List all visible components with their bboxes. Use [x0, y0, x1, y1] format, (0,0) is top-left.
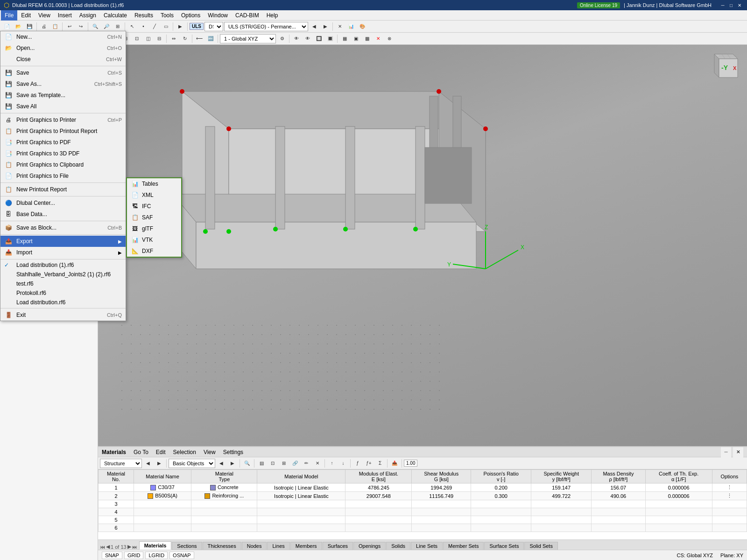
basic-objects-combo[interactable]: Basic Objects: [169, 459, 215, 468]
tb2-vis4[interactable]: 🔳: [325, 34, 335, 44]
tb-color-map[interactable]: 🎨: [357, 21, 367, 32]
tb-printreport[interactable]: 📋: [50, 21, 60, 32]
tb-undo[interactable]: ↩: [64, 21, 75, 32]
tb-p3[interactable]: ⊞: [279, 458, 289, 469]
menu-export[interactable]: 📤 Export ▶: [0, 236, 126, 247]
tb-p5[interactable]: ✏: [301, 458, 311, 469]
tb-zoom-in[interactable]: 🔍: [90, 21, 100, 32]
tab-solid-sets[interactable]: Solid Sets: [524, 542, 558, 550]
tb-line[interactable]: ╱: [149, 21, 160, 32]
tab-solids[interactable]: Solids: [386, 542, 410, 550]
tb2-vis2[interactable]: 👁: [303, 34, 313, 44]
tb2-12[interactable]: ⊡: [132, 34, 142, 44]
table-row[interactable]: 4: [99, 508, 747, 516]
viewport-3d[interactable]: X Z Y: [98, 45, 747, 446]
tb2-vis3[interactable]: 🔲: [314, 34, 324, 44]
tb2-render2[interactable]: ▣: [351, 34, 361, 44]
tab-surface-sets[interactable]: Surface Sets: [484, 542, 524, 550]
tb-p1[interactable]: ▤: [256, 458, 267, 469]
tb-prev-lc[interactable]: ◀: [309, 21, 319, 32]
menu-help[interactable]: Help: [263, 10, 282, 21]
tb-new[interactable]: 📄: [2, 21, 12, 32]
page-next[interactable]: ▶: [127, 544, 131, 550]
menu-file[interactable]: File: [1, 10, 17, 21]
menu-file1[interactable]: ✓ Load distribution (1).rf6: [0, 260, 126, 270]
menu-tools[interactable]: Tools: [157, 10, 177, 21]
menu-assign[interactable]: Assign: [76, 10, 100, 21]
menu-saveastemplate[interactable]: 💾 Save as Template...: [0, 90, 126, 101]
menu-insert[interactable]: Insert: [54, 10, 76, 21]
menu-print-report[interactable]: 📋 Print Graphics to Printout Report: [0, 126, 126, 137]
tab-members[interactable]: Members: [290, 542, 322, 550]
lgrid-toggle[interactable]: LGRID: [145, 552, 168, 559]
tab-nodes[interactable]: Nodes: [242, 542, 267, 550]
page-first[interactable]: ⏮: [100, 544, 105, 550]
tb-func1[interactable]: ƒ: [352, 458, 363, 469]
menu-print-3dpdf[interactable]: 📑 Print Graphics to 3D PDF: [0, 148, 126, 159]
tb2-13[interactable]: ◫: [143, 34, 153, 44]
maximize-button[interactable]: □: [727, 1, 735, 9]
table-row[interactable]: 2 B500S(A) Reinforcing ... Isotropic | L…: [99, 492, 747, 500]
tb-zoom-out[interactable]: 🔎: [101, 21, 112, 32]
load-case-combo[interactable]: ULS (STR/GEO) - Permane...: [224, 22, 308, 31]
cube-navigator[interactable]: -Y X: [705, 49, 742, 87]
menu-new-printout[interactable]: 📋 New Printout Report: [0, 184, 126, 195]
ds-combo[interactable]: DS1: [204, 22, 223, 31]
tab-thicknesses[interactable]: Thicknesses: [203, 542, 241, 550]
panel-menu-view[interactable]: View: [204, 449, 216, 455]
menu-open[interactable]: 📂 Open... Ctrl+O: [0, 42, 126, 54]
tb-p2[interactable]: ⊡: [268, 458, 278, 469]
tb-p8[interactable]: ↓: [338, 458, 348, 469]
panel-menu-goto[interactable]: Go To: [134, 449, 148, 455]
tb2-14[interactable]: ⊟: [154, 34, 164, 44]
tab-lines[interactable]: Lines: [267, 542, 289, 550]
menu-import[interactable]: 📥 Import ▶: [0, 247, 126, 258]
tb-import[interactable]: 📥: [389, 458, 400, 469]
tb2-cross[interactable]: ⊗: [384, 34, 395, 44]
tb-print[interactable]: 🖨: [39, 21, 49, 32]
menu-saveall[interactable]: 💾 Save All: [0, 101, 126, 112]
tb-filter[interactable]: 🔍: [242, 458, 252, 469]
tb-bo-prev[interactable]: ◀: [216, 458, 226, 469]
menu-exit[interactable]: 🚪 Exit Ctrl+Q: [0, 309, 126, 321]
tb-redo[interactable]: ↪: [76, 21, 86, 32]
page-last[interactable]: ⏭: [132, 544, 137, 550]
menu-close[interactable]: Close Ctrl+W: [0, 54, 126, 65]
tab-surfaces[interactable]: Surfaces: [323, 542, 353, 550]
grid-toggle[interactable]: GRID: [124, 552, 144, 559]
tb2-dim[interactable]: ⟵: [194, 34, 204, 44]
snap-toggle[interactable]: SNAP: [102, 552, 122, 559]
export-saf[interactable]: 📋 SAF: [127, 212, 181, 223]
tb2-render3[interactable]: ▩: [362, 34, 372, 44]
panel-close-btn[interactable]: ✕: [733, 447, 743, 457]
menu-options[interactable]: Options: [177, 10, 204, 21]
export-gltf[interactable]: 🖼 glTF: [127, 223, 181, 234]
tb-func3[interactable]: Σ: [375, 458, 385, 469]
tb-p6[interactable]: ✕: [312, 458, 323, 469]
menu-file5[interactable]: Load distribution.rf6: [0, 298, 126, 307]
tb2-anno[interactable]: 🔤: [205, 34, 216, 44]
tb2-mirror[interactable]: ⇔: [169, 34, 179, 44]
menu-edit[interactable]: Edit: [17, 10, 35, 21]
export-ifc[interactable]: 🏗 IFC: [127, 201, 181, 212]
menu-file4[interactable]: Protokoll.rf6: [0, 288, 126, 298]
export-tables[interactable]: 📊 Tables: [127, 178, 181, 189]
menu-view[interactable]: View: [35, 10, 54, 21]
menu-dlubal-center[interactable]: 🔵 Dlubal Center...: [0, 197, 126, 209]
tb2-delete[interactable]: ✕: [373, 34, 383, 44]
tb-prev[interactable]: ◀: [143, 458, 153, 469]
tab-sections[interactable]: Sections: [172, 542, 202, 550]
export-vtk[interactable]: 📊 VTK: [127, 234, 181, 245]
tab-openings[interactable]: Openings: [353, 542, 386, 550]
tb-bo-next[interactable]: ▶: [227, 458, 238, 469]
cs-combo[interactable]: 1 - Global XYZ: [220, 34, 276, 43]
panel-menu-selection[interactable]: Selection: [173, 449, 196, 455]
menu-cadbim[interactable]: CAD-BIM: [232, 10, 263, 21]
tb-zoom-fit[interactable]: ⊞: [113, 21, 123, 32]
menu-calculate[interactable]: Calculate: [100, 10, 131, 21]
structure-combo[interactable]: Structure: [100, 459, 142, 468]
tb-open[interactable]: 📂: [13, 21, 23, 32]
panel-minimize-btn[interactable]: ─: [721, 447, 731, 457]
menu-print-file[interactable]: 📄 Print Graphics to File: [0, 170, 126, 182]
table-row[interactable]: 6: [99, 524, 747, 532]
